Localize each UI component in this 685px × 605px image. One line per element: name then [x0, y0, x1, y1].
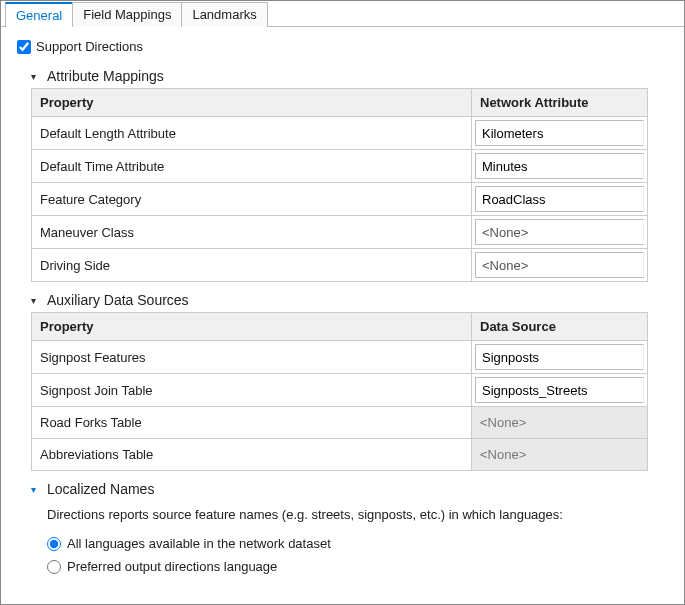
tab-bar: General Field Mappings Landmarks — [1, 1, 684, 27]
table-row: Abbreviations Table <None> — [32, 439, 648, 471]
property-cell: Default Time Attribute — [32, 150, 472, 183]
table-row: Maneuver Class — [32, 216, 648, 249]
property-cell: Default Length Attribute — [32, 117, 472, 150]
section-header-attribute-mappings[interactable]: ▾ Attribute Mappings — [31, 68, 676, 84]
section-header-auxiliary-data[interactable]: ▾ Auxiliary Data Sources — [31, 292, 676, 308]
tab-general[interactable]: General — [5, 2, 73, 27]
all-languages-label: All languages available in the network d… — [67, 536, 331, 551]
driving-side-input[interactable] — [475, 252, 644, 278]
table-row: Driving Side — [32, 249, 648, 282]
signpost-join-table-input[interactable] — [475, 377, 644, 403]
attribute-mappings-grid: Property Network Attribute Default Lengt… — [31, 88, 648, 282]
default-length-attribute-input[interactable] — [475, 120, 644, 146]
road-forks-table-value: <None> — [472, 407, 647, 438]
support-directions-checkbox[interactable] — [17, 40, 31, 54]
property-cell: Maneuver Class — [32, 216, 472, 249]
preferred-language-radio[interactable] — [47, 560, 61, 574]
property-cell: Road Forks Table — [32, 407, 472, 439]
property-cell: Abbreviations Table — [32, 439, 472, 471]
radio-row-all-languages: All languages available in the network d… — [47, 532, 676, 555]
table-row: Signpost Join Table — [32, 374, 648, 407]
feature-category-input[interactable] — [475, 186, 644, 212]
radio-row-preferred: Preferred output directions language — [47, 555, 676, 578]
table-row: Road Forks Table <None> — [32, 407, 648, 439]
abbreviations-table-value: <None> — [472, 439, 647, 470]
property-cell: Feature Category — [32, 183, 472, 216]
col-header-data-source: Data Source — [472, 313, 648, 341]
section-auxiliary-data: ▾ Auxiliary Data Sources Property Data S… — [31, 292, 676, 471]
section-title: Attribute Mappings — [47, 68, 164, 84]
support-directions-row: Support Directions — [9, 35, 676, 58]
col-header-property: Property — [32, 89, 472, 117]
tab-landmarks[interactable]: Landmarks — [181, 2, 267, 27]
support-directions-label: Support Directions — [36, 39, 143, 54]
section-attribute-mappings: ▾ Attribute Mappings Property Network At… — [31, 68, 676, 282]
col-header-network-attribute: Network Attribute — [472, 89, 648, 117]
chevron-down-icon: ▾ — [31, 484, 43, 495]
section-title: Auxiliary Data Sources — [47, 292, 189, 308]
all-languages-radio[interactable] — [47, 537, 61, 551]
property-cell: Driving Side — [32, 249, 472, 282]
section-header-localized-names[interactable]: ▾ Localized Names — [31, 481, 676, 497]
property-cell: Signpost Join Table — [32, 374, 472, 407]
section-localized-names: ▾ Localized Names Directions reports sou… — [31, 481, 676, 578]
auxiliary-data-grid: Property Data Source Signpost Features S… — [31, 312, 648, 471]
chevron-down-icon: ▾ — [31, 295, 43, 306]
preferred-language-label: Preferred output directions language — [67, 559, 277, 574]
section-title: Localized Names — [47, 481, 154, 497]
maneuver-class-input[interactable] — [475, 219, 644, 245]
tab-field-mappings[interactable]: Field Mappings — [72, 2, 182, 27]
localized-names-help: Directions reports source feature names … — [47, 507, 676, 522]
signpost-features-input[interactable] — [475, 344, 644, 370]
property-cell: Signpost Features — [32, 341, 472, 374]
table-row: Default Time Attribute — [32, 150, 648, 183]
col-header-property: Property — [32, 313, 472, 341]
table-row: Signpost Features — [32, 341, 648, 374]
table-row: Default Length Attribute — [32, 117, 648, 150]
default-time-attribute-input[interactable] — [475, 153, 644, 179]
chevron-down-icon: ▾ — [31, 71, 43, 82]
table-row: Feature Category — [32, 183, 648, 216]
